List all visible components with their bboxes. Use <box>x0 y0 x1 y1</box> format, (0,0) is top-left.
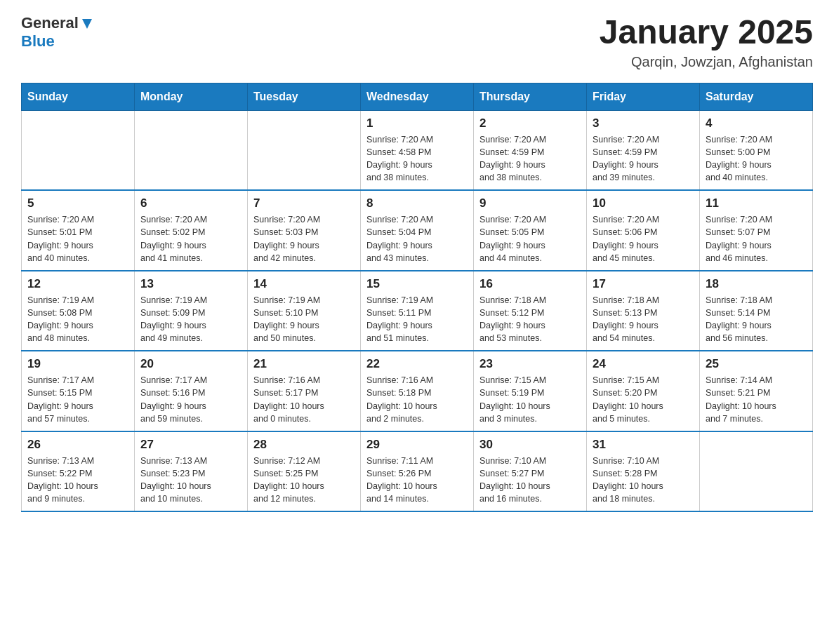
calendar-day-30: 30Sunrise: 7:10 AM Sunset: 5:27 PM Dayli… <box>474 431 587 512</box>
day-number: 12 <box>27 277 128 291</box>
day-number: 25 <box>706 357 807 371</box>
calendar-day-27: 27Sunrise: 7:13 AM Sunset: 5:23 PM Dayli… <box>135 431 248 512</box>
day-number: 11 <box>706 196 807 210</box>
day-number: 20 <box>140 357 241 371</box>
day-info: Sunrise: 7:16 AM Sunset: 5:18 PM Dayligh… <box>366 374 468 425</box>
calendar-empty-cell <box>135 110 248 190</box>
page-header: General Blue January 2025 Qarqin, Jowzja… <box>21 14 813 70</box>
calendar-day-17: 17Sunrise: 7:18 AM Sunset: 5:13 PM Dayli… <box>587 271 700 351</box>
day-number: 17 <box>593 277 694 291</box>
day-info: Sunrise: 7:20 AM Sunset: 5:07 PM Dayligh… <box>706 213 807 264</box>
day-info: Sunrise: 7:13 AM Sunset: 5:22 PM Dayligh… <box>27 455 128 506</box>
calendar-day-22: 22Sunrise: 7:16 AM Sunset: 5:18 PM Dayli… <box>361 351 474 431</box>
day-info: Sunrise: 7:10 AM Sunset: 5:28 PM Dayligh… <box>593 455 694 506</box>
day-info: Sunrise: 7:16 AM Sunset: 5:17 PM Dayligh… <box>253 374 355 425</box>
calendar-week-row: 19Sunrise: 7:17 AM Sunset: 5:15 PM Dayli… <box>22 351 813 431</box>
calendar-day-8: 8Sunrise: 7:20 AM Sunset: 5:04 PM Daylig… <box>361 190 474 271</box>
calendar-title: January 2025 <box>600 14 813 51</box>
day-number: 29 <box>366 438 468 452</box>
calendar-day-2: 2Sunrise: 7:20 AM Sunset: 4:59 PM Daylig… <box>474 110 587 190</box>
calendar-empty-cell <box>248 110 361 190</box>
day-info: Sunrise: 7:20 AM Sunset: 5:01 PM Dayligh… <box>27 213 128 264</box>
svg-marker-0 <box>82 19 92 29</box>
calendar-day-9: 9Sunrise: 7:20 AM Sunset: 5:05 PM Daylig… <box>474 190 587 271</box>
calendar-empty-cell <box>700 431 813 512</box>
day-info: Sunrise: 7:15 AM Sunset: 5:19 PM Dayligh… <box>479 374 581 425</box>
calendar-day-6: 6Sunrise: 7:20 AM Sunset: 5:02 PM Daylig… <box>135 190 248 271</box>
day-info: Sunrise: 7:18 AM Sunset: 5:13 PM Dayligh… <box>593 294 694 345</box>
calendar-day-21: 21Sunrise: 7:16 AM Sunset: 5:17 PM Dayli… <box>248 351 361 431</box>
calendar-day-18: 18Sunrise: 7:18 AM Sunset: 5:14 PM Dayli… <box>700 271 813 351</box>
day-info: Sunrise: 7:10 AM Sunset: 5:27 PM Dayligh… <box>479 455 581 506</box>
day-info: Sunrise: 7:20 AM Sunset: 5:00 PM Dayligh… <box>706 133 807 185</box>
day-number: 24 <box>593 357 694 371</box>
calendar-header-thursday: Thursday <box>474 83 587 110</box>
day-number: 2 <box>479 116 581 130</box>
day-info: Sunrise: 7:11 AM Sunset: 5:26 PM Dayligh… <box>366 455 468 506</box>
logo: General Blue <box>21 14 93 51</box>
day-info: Sunrise: 7:19 AM Sunset: 5:10 PM Dayligh… <box>253 294 355 345</box>
calendar-week-row: 26Sunrise: 7:13 AM Sunset: 5:22 PM Dayli… <box>22 431 813 512</box>
calendar-day-7: 7Sunrise: 7:20 AM Sunset: 5:03 PM Daylig… <box>248 190 361 271</box>
day-info: Sunrise: 7:19 AM Sunset: 5:11 PM Dayligh… <box>366 294 468 345</box>
day-info: Sunrise: 7:20 AM Sunset: 4:59 PM Dayligh… <box>593 133 694 185</box>
calendar-title-block: January 2025 Qarqin, Jowzjan, Afghanista… <box>600 14 813 70</box>
day-number: 4 <box>706 116 807 130</box>
calendar-day-12: 12Sunrise: 7:19 AM Sunset: 5:08 PM Dayli… <box>22 271 135 351</box>
day-number: 27 <box>140 438 241 452</box>
day-number: 18 <box>706 277 807 291</box>
calendar-header-saturday: Saturday <box>700 83 813 110</box>
day-info: Sunrise: 7:12 AM Sunset: 5:25 PM Dayligh… <box>253 455 355 506</box>
day-number: 5 <box>27 196 128 210</box>
day-info: Sunrise: 7:20 AM Sunset: 5:05 PM Dayligh… <box>479 213 581 264</box>
calendar-day-1: 1Sunrise: 7:20 AM Sunset: 4:58 PM Daylig… <box>361 110 474 190</box>
day-number: 9 <box>479 196 581 210</box>
day-number: 13 <box>140 277 241 291</box>
calendar-day-19: 19Sunrise: 7:17 AM Sunset: 5:15 PM Dayli… <box>22 351 135 431</box>
calendar-header-monday: Monday <box>135 83 248 110</box>
day-number: 3 <box>593 116 694 130</box>
calendar-day-3: 3Sunrise: 7:20 AM Sunset: 4:59 PM Daylig… <box>587 110 700 190</box>
day-info: Sunrise: 7:20 AM Sunset: 4:58 PM Dayligh… <box>366 133 468 185</box>
day-info: Sunrise: 7:19 AM Sunset: 5:08 PM Dayligh… <box>27 294 128 345</box>
calendar-day-28: 28Sunrise: 7:12 AM Sunset: 5:25 PM Dayli… <box>248 431 361 512</box>
day-number: 15 <box>366 277 468 291</box>
calendar-day-23: 23Sunrise: 7:15 AM Sunset: 5:19 PM Dayli… <box>474 351 587 431</box>
day-number: 23 <box>479 357 581 371</box>
logo-blue-text: Blue <box>21 32 55 50</box>
calendar-day-15: 15Sunrise: 7:19 AM Sunset: 5:11 PM Dayli… <box>361 271 474 351</box>
calendar-header-sunday: Sunday <box>22 83 135 110</box>
day-number: 6 <box>140 196 241 210</box>
calendar-week-row: 5Sunrise: 7:20 AM Sunset: 5:01 PM Daylig… <box>22 190 813 271</box>
day-info: Sunrise: 7:17 AM Sunset: 5:15 PM Dayligh… <box>27 374 128 425</box>
day-number: 19 <box>27 357 128 371</box>
calendar-day-25: 25Sunrise: 7:14 AM Sunset: 5:21 PM Dayli… <box>700 351 813 431</box>
day-number: 31 <box>593 438 694 452</box>
day-info: Sunrise: 7:13 AM Sunset: 5:23 PM Dayligh… <box>140 455 241 506</box>
day-info: Sunrise: 7:20 AM Sunset: 5:06 PM Dayligh… <box>593 213 694 264</box>
day-number: 14 <box>253 277 355 291</box>
logo-arrow-icon <box>81 18 93 30</box>
calendar-day-11: 11Sunrise: 7:20 AM Sunset: 5:07 PM Dayli… <box>700 190 813 271</box>
day-number: 26 <box>27 438 128 452</box>
day-number: 7 <box>253 196 355 210</box>
calendar-header-tuesday: Tuesday <box>248 83 361 110</box>
day-info: Sunrise: 7:19 AM Sunset: 5:09 PM Dayligh… <box>140 294 241 345</box>
day-info: Sunrise: 7:15 AM Sunset: 5:20 PM Dayligh… <box>593 374 694 425</box>
calendar-day-14: 14Sunrise: 7:19 AM Sunset: 5:10 PM Dayli… <box>248 271 361 351</box>
calendar-day-13: 13Sunrise: 7:19 AM Sunset: 5:09 PM Dayli… <box>135 271 248 351</box>
day-info: Sunrise: 7:18 AM Sunset: 5:14 PM Dayligh… <box>706 294 807 345</box>
day-info: Sunrise: 7:20 AM Sunset: 5:04 PM Dayligh… <box>366 213 468 264</box>
calendar-day-26: 26Sunrise: 7:13 AM Sunset: 5:22 PM Dayli… <box>22 431 135 512</box>
calendar-header-row: SundayMondayTuesdayWednesdayThursdayFrid… <box>22 83 813 110</box>
day-number: 30 <box>479 438 581 452</box>
calendar-header-friday: Friday <box>587 83 700 110</box>
day-info: Sunrise: 7:14 AM Sunset: 5:21 PM Dayligh… <box>706 374 807 425</box>
calendar-day-4: 4Sunrise: 7:20 AM Sunset: 5:00 PM Daylig… <box>700 110 813 190</box>
day-number: 28 <box>253 438 355 452</box>
calendar-week-row: 1Sunrise: 7:20 AM Sunset: 4:58 PM Daylig… <box>22 110 813 190</box>
calendar-subtitle: Qarqin, Jowzjan, Afghanistan <box>600 54 813 70</box>
day-number: 10 <box>593 196 694 210</box>
calendar-day-24: 24Sunrise: 7:15 AM Sunset: 5:20 PM Dayli… <box>587 351 700 431</box>
day-info: Sunrise: 7:20 AM Sunset: 4:59 PM Dayligh… <box>479 133 581 185</box>
